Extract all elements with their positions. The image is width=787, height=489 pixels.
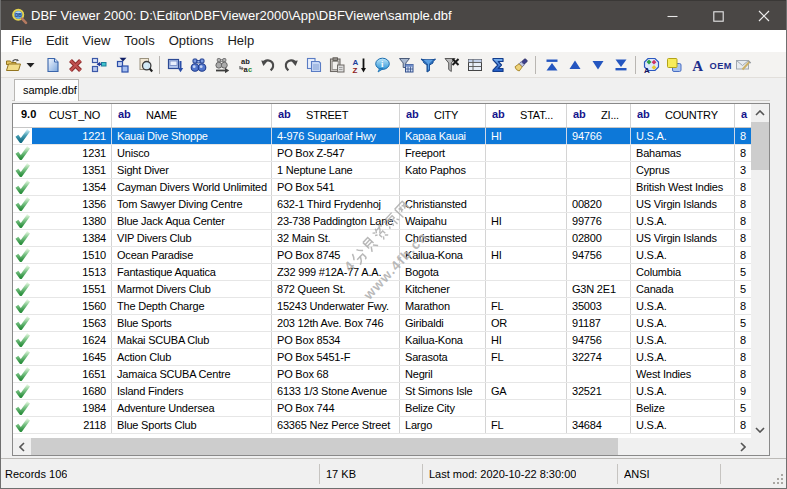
cell-state[interactable] [486, 281, 567, 297]
cell-country[interactable]: U.S.A. [631, 298, 735, 314]
table-row[interactable]: 1624Makai SCUBA ClubPO Box 8534Kailua-Ko… [13, 332, 751, 349]
cell-city[interactable]: Marathon [400, 298, 486, 314]
cell-country[interactable]: US Virgin Islands [631, 196, 735, 212]
table-row[interactable]: 1380Blue Jack Aqua Center23-738 Paddingt… [13, 213, 751, 230]
cell-cust_no[interactable]: 1563 [32, 315, 112, 331]
cell-city[interactable]: Kitchener [400, 281, 486, 297]
undo-icon[interactable] [256, 53, 279, 77]
cell-country[interactable]: U.S.A. [631, 128, 735, 144]
cell-cust_no[interactable]: 2118 [32, 417, 112, 433]
cell-zip[interactable] [567, 179, 631, 195]
delete-icon[interactable] [64, 53, 87, 77]
insert-field-icon[interactable] [87, 53, 110, 77]
maximize-button[interactable] [695, 1, 741, 31]
close-button[interactable] [741, 1, 787, 31]
table-row[interactable]: 1221Kauai Dive Shoppe4-976 Sugarloaf Hwy… [13, 128, 751, 145]
font-icon[interactable]: A [686, 53, 709, 77]
column-header-street[interactable]: abSTREET [272, 104, 400, 127]
cell-country[interactable]: British West Indies [631, 179, 735, 195]
grid-view-icon[interactable] [463, 53, 486, 77]
cell-city[interactable] [400, 179, 486, 195]
cell-zip[interactable]: 32274 [567, 349, 631, 365]
cell-zip[interactable]: 02800 [567, 230, 631, 246]
cell-phone[interactable]: 8 [735, 366, 751, 382]
format-brush-icon[interactable] [509, 53, 532, 77]
tab-sample-dbf[interactable]: sample.dbf [14, 79, 79, 101]
cell-country[interactable]: U.S.A. [631, 349, 735, 365]
cell-street[interactable]: PO Box 5451-F [272, 349, 400, 365]
cell-street[interactable]: 23-738 Paddington Lane [272, 213, 400, 229]
cell-street[interactable]: 4-976 Sugarloaf Hwy [272, 128, 400, 144]
cell-state[interactable]: HI [486, 213, 567, 229]
cell-phone[interactable]: 8 [735, 298, 751, 314]
cell-name[interactable]: Island Finders [112, 383, 272, 399]
table-row[interactable]: 1645Action ClubPO Box 5451-FSarasotaFL32… [13, 349, 751, 366]
cell-cust_no[interactable]: 1356 [32, 196, 112, 212]
cell-name[interactable]: Blue Jack Aqua Center [112, 213, 272, 229]
open-file-icon[interactable] [4, 53, 24, 77]
cell-city[interactable]: St Simons Isle [400, 383, 486, 399]
redo-icon[interactable] [279, 53, 302, 77]
cell-street[interactable]: PO Box 8534 [272, 332, 400, 348]
vertical-scrollbar[interactable] [751, 104, 769, 438]
cell-state[interactable]: HI [486, 247, 567, 263]
last-record-icon[interactable] [609, 53, 632, 77]
cell-zip[interactable]: 91187 [567, 315, 631, 331]
cell-phone[interactable]: 8 [735, 213, 751, 229]
column-header-country[interactable]: abCOUNTRY [631, 104, 735, 127]
cell-city[interactable]: Sarasota [400, 349, 486, 365]
menu-item-edit[interactable]: Edit [39, 30, 75, 52]
cell-state[interactable] [486, 264, 567, 280]
paste-icon[interactable] [325, 53, 348, 77]
cell-zip[interactable]: 34684 [567, 417, 631, 433]
cell-cust_no[interactable]: 1351 [32, 162, 112, 178]
cell-name[interactable]: Ocean Paradise [112, 247, 272, 263]
cell-zip[interactable] [567, 264, 631, 280]
cell-city[interactable]: Giribaldi [400, 315, 486, 331]
remove-filter-icon[interactable] [440, 53, 463, 77]
scroll-up-button[interactable] [751, 104, 769, 121]
cell-phone[interactable]: 8 [735, 230, 751, 246]
cell-zip[interactable]: 35003 [567, 298, 631, 314]
cell-street[interactable]: PO Box Z-547 [272, 145, 400, 161]
sum-statistics-icon[interactable] [486, 53, 509, 77]
new-file-icon[interactable] [41, 53, 64, 77]
table-row[interactable]: 1513Fantastique AquaticaZ32 999 #12A-77 … [13, 264, 751, 281]
table-row[interactable]: 1384VIP Divers Club32 Main St.Christians… [13, 230, 751, 247]
cell-name[interactable]: Makai SCUBA Club [112, 332, 272, 348]
cell-state[interactable] [486, 162, 567, 178]
cell-country[interactable]: U.S.A. [631, 417, 735, 433]
cell-street[interactable]: 872 Queen St. [272, 281, 400, 297]
cell-city[interactable]: Kato Paphos [400, 162, 486, 178]
cell-street[interactable]: PO Box 8745 [272, 247, 400, 263]
table-row[interactable]: 1351Sight Diver1 Neptune LaneKato Paphos… [13, 162, 751, 179]
cell-name[interactable]: Blue Sports Club [112, 417, 272, 433]
cell-phone[interactable]: 8 [735, 179, 751, 195]
table-row[interactable]: 2118Blue Sports Club63365 Nez Perce Stre… [13, 417, 751, 434]
cell-cust_no[interactable]: 1221 [32, 128, 112, 144]
cell-state[interactable] [486, 179, 567, 195]
cell-name[interactable]: VIP Divers Club [112, 230, 272, 246]
cell-phone[interactable]: 8 [735, 247, 751, 263]
cell-zip[interactable] [567, 366, 631, 382]
cell-phone[interactable]: 5 [735, 315, 751, 331]
cell-state[interactable] [486, 400, 567, 416]
cell-state[interactable]: FL [486, 349, 567, 365]
cell-city[interactable]: Freeport [400, 145, 486, 161]
menu-item-file[interactable]: File [4, 30, 39, 52]
color-palette-icon[interactable]: A [640, 53, 663, 77]
cell-state[interactable]: FL [486, 298, 567, 314]
cell-state[interactable]: FL [486, 417, 567, 433]
send-mail-icon[interactable] [732, 53, 755, 77]
cell-name[interactable]: Adventure Undersea [112, 400, 272, 416]
cell-city[interactable]: Waipahu [400, 213, 486, 229]
sort-az-icon[interactable]: AZ [348, 53, 371, 77]
cell-city[interactable]: Largo [400, 417, 486, 433]
cell-street[interactable]: 6133 1/3 Stone Avenue [272, 383, 400, 399]
cell-cust_no[interactable]: 1651 [32, 366, 112, 382]
cell-city[interactable]: Kapaa Kauai [400, 128, 486, 144]
cell-phone[interactable]: 9 [735, 383, 751, 399]
cell-state[interactable]: HI [486, 128, 567, 144]
first-record-icon[interactable] [540, 53, 563, 77]
cell-country[interactable]: Canada [631, 281, 735, 297]
